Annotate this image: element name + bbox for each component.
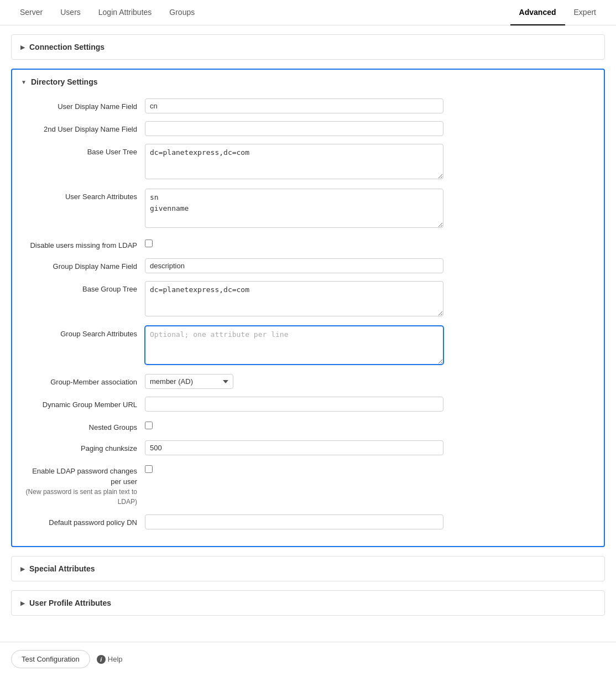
tab-groups[interactable]: Groups — [160, 0, 203, 25]
group-search-attributes-field — [145, 326, 443, 367]
paging-chunksize-label: Paging chunksize — [23, 440, 145, 454]
top-nav: Server Users Login Attributes Groups Adv… — [0, 0, 616, 25]
tab-users[interactable]: Users — [51, 0, 90, 25]
nested-groups-label: Nested Groups — [23, 419, 145, 433]
tab-advanced[interactable]: Advanced — [510, 0, 565, 25]
special-attributes-chevron-icon: ▶ — [20, 566, 25, 572]
group-display-name-field — [145, 258, 443, 273]
directory-settings-panel: ▼ Directory Settings User Display Name F… — [11, 69, 605, 547]
dynamic-group-member-url-row: Dynamic Group Member URL — [12, 397, 604, 412]
second-user-display-name-field — [145, 121, 443, 136]
test-configuration-button[interactable]: Test Configuration — [11, 650, 90, 668]
group-search-attributes-input[interactable] — [145, 326, 443, 365]
base-group-tree-row: Base Group Tree dc=planetexpress,dc=com — [12, 281, 604, 318]
help-icon: i — [97, 655, 106, 664]
nested-groups-field — [145, 419, 443, 429]
special-attributes-header[interactable]: ▶ Special Attributes — [12, 557, 604, 581]
nested-groups-row: Nested Groups — [12, 419, 604, 433]
base-user-tree-field: dc=planetexpress,dc=com — [145, 144, 443, 181]
connection-settings-header[interactable]: ▶ Connection Settings — [12, 35, 604, 59]
directory-settings-body: User Display Name Field 2nd User Display… — [12, 94, 604, 546]
connection-settings-title: Connection Settings — [29, 43, 105, 51]
user-profile-attributes-panel: ▶ User Profile Attributes — [11, 590, 605, 616]
user-search-attributes-row: User Search Attributes sn givenname — [12, 189, 604, 230]
main-content: ▶ Connection Settings ▼ Directory Settin… — [0, 25, 616, 676]
base-group-tree-label: Base Group Tree — [23, 281, 145, 294]
disable-users-missing-label: Disable users missing from LDAP — [23, 237, 145, 251]
disable-users-missing-field — [145, 237, 443, 247]
base-group-tree-field: dc=planetexpress,dc=com — [145, 281, 443, 318]
group-member-association-field: member (AD) uniqueMember memberUid gidNu… — [145, 374, 443, 389]
directory-settings-header[interactable]: ▼ Directory Settings — [12, 70, 604, 94]
user-search-attributes-field: sn givenname — [145, 189, 443, 230]
user-profile-attributes-header[interactable]: ▶ User Profile Attributes — [12, 591, 604, 615]
user-display-name-field — [145, 98, 443, 113]
user-profile-attributes-chevron-icon: ▶ — [20, 600, 25, 606]
paging-chunksize-row: Paging chunksize — [12, 440, 604, 455]
special-attributes-panel: ▶ Special Attributes — [11, 556, 605, 581]
help-link[interactable]: i Help — [97, 655, 123, 664]
user-display-name-row: User Display Name Field — [12, 98, 604, 113]
group-member-association-select[interactable]: member (AD) uniqueMember memberUid gidNu… — [145, 374, 233, 389]
group-display-name-label: Group Display Name Field — [23, 258, 145, 272]
group-search-attributes-label: Group Search Attributes — [23, 326, 145, 339]
tab-expert[interactable]: Expert — [565, 0, 605, 25]
default-password-policy-input[interactable] — [145, 514, 443, 529]
group-search-attributes-row: Group Search Attributes — [12, 326, 604, 367]
default-password-policy-row: Default password policy DN — [12, 514, 604, 529]
dynamic-group-member-url-input[interactable] — [145, 397, 443, 412]
group-member-association-row: Group-Member association member (AD) uni… — [12, 374, 604, 389]
special-attributes-title: Special Attributes — [29, 564, 95, 573]
dynamic-group-member-url-label: Dynamic Group Member URL — [23, 397, 145, 410]
tab-login-attributes[interactable]: Login Attributes — [90, 0, 161, 25]
paging-chunksize-field — [145, 440, 443, 455]
disable-users-missing-checkbox[interactable] — [145, 240, 153, 247]
tab-server[interactable]: Server — [11, 0, 51, 25]
user-profile-attributes-title: User Profile Attributes — [29, 599, 111, 607]
help-label: Help — [108, 655, 123, 663]
user-display-name-input[interactable] — [145, 98, 443, 113]
enable-ldap-password-field — [145, 463, 443, 473]
second-user-display-name-input[interactable] — [145, 121, 443, 136]
user-display-name-label: User Display Name Field — [23, 98, 145, 112]
default-password-policy-field — [145, 514, 443, 529]
second-user-display-name-label: 2nd User Display Name Field — [23, 121, 145, 134]
disable-users-missing-row: Disable users missing from LDAP — [12, 237, 604, 251]
base-user-tree-label: Base User Tree — [23, 144, 145, 157]
base-user-tree-input[interactable]: dc=planetexpress,dc=com — [145, 144, 443, 179]
group-display-name-row: Group Display Name Field — [12, 258, 604, 273]
dynamic-group-member-url-field — [145, 397, 443, 412]
connection-settings-panel: ▶ Connection Settings — [11, 34, 605, 60]
directory-settings-title: Directory Settings — [31, 77, 98, 86]
group-member-association-label: Group-Member association — [23, 374, 145, 387]
enable-ldap-password-label: Enable LDAP password changes per user (N… — [23, 463, 145, 507]
footer-bar: Test Configuration i Help — [0, 642, 616, 676]
base-group-tree-input[interactable]: dc=planetexpress,dc=com — [145, 281, 443, 316]
nested-groups-checkbox[interactable] — [145, 422, 153, 429]
connection-chevron-icon: ▶ — [20, 44, 25, 50]
base-user-tree-row: Base User Tree dc=planetexpress,dc=com — [12, 144, 604, 181]
paging-chunksize-input[interactable] — [145, 440, 443, 455]
user-search-attributes-label: User Search Attributes — [23, 189, 145, 202]
enable-ldap-password-checkbox[interactable] — [145, 465, 153, 473]
user-search-attributes-input[interactable]: sn givenname — [145, 189, 443, 228]
default-password-policy-label: Default password policy DN — [23, 514, 145, 528]
group-display-name-input[interactable] — [145, 258, 443, 273]
enable-ldap-password-row: Enable LDAP password changes per user (N… — [12, 463, 604, 507]
second-user-display-name-row: 2nd User Display Name Field — [12, 121, 604, 136]
directory-chevron-icon: ▼ — [21, 79, 27, 85]
